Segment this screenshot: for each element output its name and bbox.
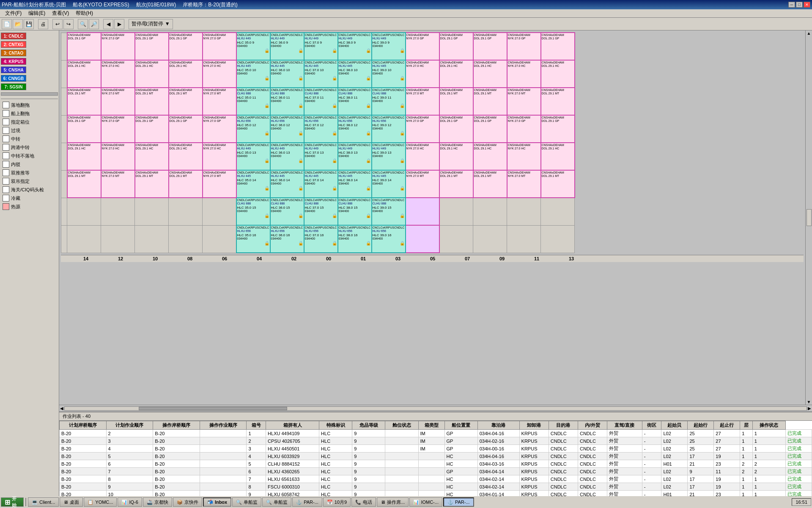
vscroll-thumb[interactable]: [807, 209, 812, 226]
bay-cell[interactable]: CNCLCxKRPUSCNDLCHLXU 656HLC 39.0 16034H0…: [372, 225, 406, 253]
legend-item-5[interactable]: 5: CNSHA: [1, 66, 58, 73]
bay-cell[interactable]: CNDLCxKRPUSCNDLCHLXU 656HLC 38.0 16034H0…: [338, 225, 372, 253]
legend-item-2[interactable]: 2: CNTXG: [1, 41, 58, 48]
bay-cell[interactable]: CNDLCxKRPUSCNDLCCLHU 888HLC 36.0 15034H0…: [270, 198, 304, 225]
table-row[interactable]: B-204B-203HLXU 4450501HLC9IMGP034H-00-16…: [60, 445, 812, 453]
bay-cell[interactable]: [473, 225, 507, 253]
bay-cell[interactable]: CNDLCxKRPUSCNDLCHLXU 449HLC 36.0 13034H0…: [270, 143, 304, 170]
bay-cell[interactable]: CNSHAxDEHAMDOL 29.1 GP: [67, 115, 101, 143]
bay-cell[interactable]: CNSHAxDEHAMDOL 29.1 MT: [67, 170, 101, 198]
bay-cell[interactable]: CNDLCxKRPUSCNDLCHLXU 445HLC 37.0 14034H0…: [304, 170, 338, 198]
close-button[interactable]: ✕: [804, 2, 810, 8]
bay-cell[interactable]: CNSHAxDEHAMNYK 27.0 MT: [406, 88, 439, 115]
bay-cell[interactable]: [406, 225, 439, 253]
hscroll-thumb[interactable]: [139, 407, 287, 410]
taskbar-par1[interactable]: ⚓ PAR-...: [292, 497, 322, 507]
chk-zhongzhuanbuludi[interactable]: 中转不落地: [1, 152, 58, 160]
menu-edit[interactable]: 编辑(E): [25, 9, 49, 18]
bay-hscroll[interactable]: ◀ ▶: [59, 405, 812, 411]
minimize-button[interactable]: ─: [788, 2, 795, 8]
chk-guojing[interactable]: 过境: [1, 127, 58, 134]
bay-cell[interactable]: CNSHAxDEHAMNYK 27.0 MT: [101, 170, 135, 198]
bay-cell[interactable]: CNSHAxDEHAMDOL 29.1 GP: [541, 33, 575, 60]
bay-cell[interactable]: CNCLCxKRPUSCNDLCHLXU 449HLC 39.0 9034H00…: [372, 33, 406, 60]
bay-cell[interactable]: CNSHAxDEHAMDOL 29.1 GP: [135, 115, 169, 143]
bay-cell[interactable]: CNDLCxKRPUSCNDLCCLHU 888HLC 36.0 11034H0…: [270, 88, 304, 115]
bay-cell[interactable]: CNSHAxDEHAMDOL 29.1 MT: [541, 170, 575, 198]
vscroll-down[interactable]: ▼: [807, 400, 811, 404]
taskbar-inbox[interactable]: 📬 Inbox: [203, 497, 231, 507]
zoom-in-button[interactable]: 🔍: [78, 19, 88, 29]
bay-cell[interactable]: CNSHAxDEHAMDOL 29.1 MT: [541, 88, 575, 115]
bay-cell[interactable]: CNSHAxDEHAMNYK 27.0 HC: [203, 143, 236, 170]
chk-shuangtuizhiding[interactable]: 双吊指定: [1, 177, 58, 185]
undo-button[interactable]: ↩: [52, 19, 63, 29]
bay-cell[interactable]: CNSHAxDEHAMNYK 27.0 GP: [507, 115, 541, 143]
legend-item-3[interactable]: 3: CNTAO: [1, 50, 58, 56]
chk-chuanshangfantuo[interactable]: 船上翻拖: [1, 110, 58, 117]
taskbar-par2[interactable]: ⚓ PAR-...: [443, 497, 474, 507]
bay-cell[interactable]: CNDLCxKRPUSCNDLCHLXU 656HLC 37.0 12034H0…: [304, 115, 338, 143]
bay-cell[interactable]: CNSHAxDEHAMNYK 27.0 GP: [101, 33, 135, 60]
bay-cell[interactable]: CNSHAxDEHAMNYK 27.0 HC: [101, 60, 135, 88]
bay-cell[interactable]: [507, 198, 541, 225]
bay-cell[interactable]: CNSHAxDEHAMDOL 29.1 GP: [135, 33, 169, 60]
maximize-button[interactable]: □: [796, 2, 803, 8]
bay-cell[interactable]: CNSHAxDEHAMDOL 29.1 GP: [473, 33, 507, 60]
bay-cell[interactable]: CNCLCxKRPUSCNDLCHLXU 445HLC 39.0 10034H0…: [372, 60, 406, 88]
bay-cell[interactable]: [135, 198, 169, 225]
bay-cell[interactable]: CNSHAxDEHAMDOL 29.1 HC: [439, 143, 473, 170]
bay-cell[interactable]: CNDLCxKRPUSCNDLCCLHU 888HLC 37.0 15034H0…: [304, 198, 338, 225]
chk-neiqu[interactable]: 内驳: [1, 160, 58, 168]
table-row[interactable]: B-208B-207HLXU 6561633HLC9HC034H-02-14KR…: [60, 475, 812, 483]
bay-cell[interactable]: [439, 225, 473, 253]
bay-cell[interactable]: CNDLCxKRPUSCNDLCCLHU 888HLC 38.0 11034H0…: [338, 88, 372, 115]
new-button[interactable]: 📄: [2, 19, 12, 29]
bay-cell[interactable]: CNDLCxKRPUSCNDLCHLXU 445HLC 35.0 10034H0…: [236, 60, 270, 88]
bay-cell[interactable]: CNSHAxDEHAMDOL 29.1 HC: [67, 143, 101, 170]
bay-cell[interactable]: CNSHAxDEHAMDOL 29.1 MT: [135, 88, 169, 115]
bay-cell[interactable]: CNSHAxDEHAMDOL 29.1 GP: [169, 33, 203, 60]
bay-cell[interactable]: CNSHAxDEHAMNYK 27.0 MT: [203, 170, 236, 198]
bay-cell[interactable]: [169, 225, 203, 253]
bay-cell[interactable]: CNDLCxKRPUSCNDLCHLXU 449HLC 35.0 13034H0…: [236, 143, 270, 170]
bay-cell[interactable]: CNSHAxDEHAMDOL 29.1 MT: [169, 88, 203, 115]
menu-file[interactable]: 文件(F): [2, 9, 25, 18]
chk-reyuan[interactable]: 热源: [1, 203, 58, 210]
bay-cell[interactable]: CNCLCxKRPUSCNDLCHLXU 656HLC 39.0 12034H0…: [372, 115, 406, 143]
bay-cell[interactable]: CNDLCxKRPUSCNDLCHLXU 656HLC 35.0 16034H0…: [236, 225, 270, 253]
bay-cell[interactable]: CNSHAxDEHAMNYK 27.0 MT: [203, 88, 236, 115]
menu-help[interactable]: 帮助(H): [72, 9, 96, 18]
save-button[interactable]: 💾: [24, 19, 34, 29]
bay-cell[interactable]: CNSHAxDEHAMNYK 27.0 HC: [507, 143, 541, 170]
taskbar-date[interactable]: 📅 10月9: [323, 497, 351, 507]
bay-cell[interactable]: CNSHAxDEHAMDOL 29.1 MT: [439, 88, 473, 115]
legend-item-1[interactable]: 1: CNDLC: [1, 33, 58, 39]
bay-cell[interactable]: [439, 198, 473, 225]
bay-cell[interactable]: [203, 225, 236, 253]
bay-cell[interactable]: [473, 198, 507, 225]
taskbar-jingkuai[interactable]: 📦 京快件: [173, 497, 202, 507]
bay-cell[interactable]: CNSHAxDEHAMDOL 29.1 HC: [439, 60, 473, 88]
table-row[interactable]: B-202B-201HLXU 4494109HLC9IMGP034H-04-16…: [60, 430, 812, 437]
bay-cell[interactable]: CNDLCxKRPUSCNDLCCLHU 888HLC 38.0 15034H0…: [338, 198, 372, 225]
hscroll-right[interactable]: ▶: [808, 406, 811, 411]
bay-cell[interactable]: CNSHAxDEHAMDOL 29.1 HC: [541, 60, 575, 88]
bay-cell[interactable]: CNSHAxDEHAMDOL 29.1 HC: [169, 60, 203, 88]
bay-cell[interactable]: CNSHAxDEHAMNYK 27.0 MT: [507, 170, 541, 198]
bay-cell[interactable]: CNCLCxKRPUSCNDLCHLXU 445HLC 39.0 14034H0…: [372, 170, 406, 198]
bay-cell[interactable]: [203, 198, 236, 225]
taskbar-jingdu[interactable]: 🚢 京都快: [143, 497, 172, 507]
bay-cell[interactable]: CNSHAxDEHAMDOL 29.1 HC: [541, 143, 575, 170]
taskbar-iomc[interactable]: 📊 IOMC-...: [409, 497, 442, 507]
bay-cell[interactable]: [135, 225, 169, 253]
bay-cell[interactable]: CNDLCxKRPUSCNDLCHLXU 656HLC 37.0 16034H0…: [304, 225, 338, 253]
taskbar-iq6[interactable]: 📊 IQ-6: [118, 497, 142, 507]
bay-cell[interactable]: CNSHAxDEHAMDOL 29.1 MT: [439, 170, 473, 198]
bay-cell[interactable]: CNSHAxDEHAMNYK 27.0 HC: [507, 60, 541, 88]
redo-button[interactable]: ↪: [63, 19, 74, 29]
menu-view[interactable]: 查看(V): [49, 9, 72, 18]
chk-zhongzhuan[interactable]: 中转: [1, 135, 58, 143]
table-row[interactable]: B-209B-208FSCU 6000310HLC9HC034H-02-14KR…: [60, 483, 812, 491]
bay-cell[interactable]: CNDLCxKRPUSCNDLCHLXU 449HLC 35.0 9034H00…: [236, 33, 270, 60]
